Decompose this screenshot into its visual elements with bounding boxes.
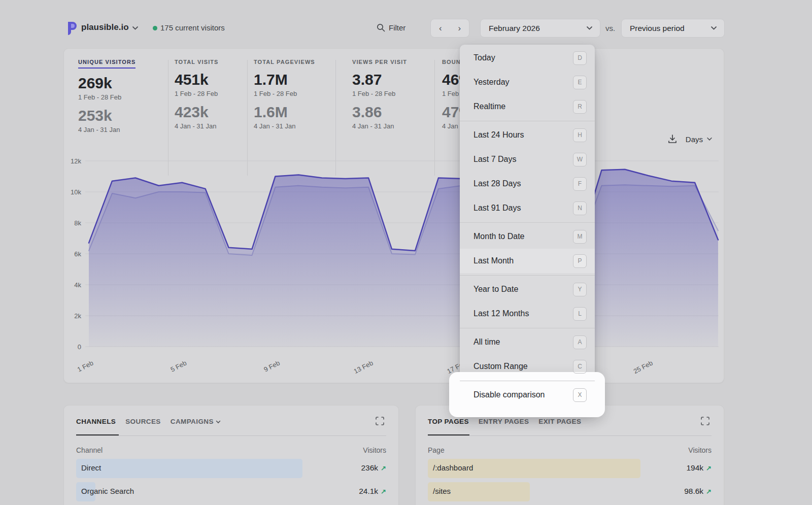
pages-rows: /:dashboard 194k↗ /sites 98.6k↗ — [428, 459, 712, 505]
menu-item-last-28-days[interactable]: Last 28 Days F — [460, 172, 595, 196]
menu-item-disable-comparison[interactable]: Disable comparison X — [460, 383, 595, 407]
page-visitors: 194k↗ — [686, 463, 712, 473]
current-visitors-count[interactable]: 175 current visitors — [160, 23, 225, 32]
menu-list: Today D Yesterday E Realtime R Last 24 H… — [460, 45, 595, 410]
chevron-down-icon[interactable] — [132, 26, 139, 30]
date-nav-arrows: ‹ › — [430, 19, 469, 38]
live-visitors-dot-icon — [153, 26, 157, 30]
menu-item-last-12-months[interactable]: Last 12 Months L — [460, 301, 595, 326]
date-range-menu: Today D Yesterday E Realtime R Last 24 H… — [460, 45, 595, 410]
site-name[interactable]: plausible.io — [81, 22, 129, 32]
shortcut-key: F — [573, 177, 587, 191]
channel-name[interactable]: Organic Search — [81, 487, 134, 495]
channel-name[interactable]: Direct — [81, 463, 101, 472]
table-row[interactable]: Direct 236k↗ — [76, 459, 386, 478]
menu-item-last-91-days[interactable]: Last 91 Days N — [460, 196, 595, 220]
expand-icon[interactable] — [376, 417, 384, 425]
filter-label: Filter — [389, 23, 405, 32]
trend-up-icon: ↗ — [706, 488, 712, 495]
metric-prev-period: 4 Jan - 31 Jan — [352, 122, 407, 130]
menu-item-last-month[interactable]: Last Month P — [460, 249, 595, 273]
divider — [434, 60, 435, 176]
chart-controls: Days — [667, 134, 713, 144]
download-icon[interactable] — [667, 134, 678, 144]
tab-campaigns[interactable]: CAMPAIGNS — [171, 418, 221, 425]
metric-period: 1 Feb - 28 Feb — [78, 93, 136, 101]
channel-visitors: 236k↗ — [361, 463, 386, 473]
tab-entry-pages[interactable]: ENTRY PAGES — [479, 418, 529, 425]
menu-item-last-7-days[interactable]: Last 7 Days W — [460, 147, 595, 172]
shortcut-key: M — [573, 230, 587, 244]
page-name[interactable]: /:dashboard — [433, 463, 473, 472]
metric-value: 3.87 — [352, 71, 407, 88]
tab-sources[interactable]: SOURCES — [125, 418, 161, 425]
filter-button[interactable]: Filter — [377, 23, 405, 32]
metric-tab[interactable]: UNIQUE VISITORS — [78, 59, 136, 69]
metric-prev-value: 3.86 — [352, 104, 407, 121]
interval-selector[interactable]: Days — [686, 135, 713, 144]
comparison-label: Previous period — [630, 24, 685, 33]
menu-item-today[interactable]: Today D — [460, 46, 595, 70]
pages-tabs: TOP PAGES ENTRY PAGES EXIT PAGES — [428, 418, 581, 425]
metric-prev-value: 1.6M — [254, 104, 315, 121]
table-row[interactable]: /:dashboard 194k↗ — [428, 459, 712, 478]
shortcut-key: N — [573, 201, 587, 215]
table-row[interactable]: Organic Search 24.1k↗ — [76, 482, 386, 501]
date-range-selector[interactable]: February 2026 — [480, 19, 600, 38]
metric-total-visits: TOTAL VISITS 451k 1 Feb - 28 Feb 423k 4 … — [175, 59, 219, 130]
metric-prev-value: 253k — [78, 107, 136, 124]
search-icon — [377, 23, 385, 32]
col-visitors: Visitors — [363, 446, 386, 454]
table-row[interactable]: /sites 98.6k↗ — [428, 482, 712, 501]
metric-value: 451k — [175, 71, 219, 88]
shortcut-key: C — [573, 360, 587, 374]
shortcut-key: D — [573, 51, 587, 65]
analytics-main-card: UNIQUE VISITORS 269k 1 Feb - 28 Feb 253k… — [63, 48, 724, 383]
prev-period-arrow[interactable]: ‹ — [436, 23, 445, 33]
menu-item-realtime[interactable]: Realtime R — [460, 94, 595, 119]
divider — [76, 435, 386, 436]
col-page: Page — [428, 446, 445, 454]
menu-item-custom-range[interactable]: Custom Range C — [460, 354, 595, 379]
metric-tab[interactable]: VIEWS PER VISIT — [352, 59, 407, 65]
shortcut-key: E — [573, 76, 587, 89]
trend-up-icon: ↗ — [706, 464, 712, 472]
shortcut-key: L — [573, 307, 587, 321]
expand-icon[interactable] — [701, 417, 709, 425]
metric-period: 1 Feb - 28 Feb — [352, 90, 407, 97]
metric-prev-value: 423k — [175, 104, 219, 121]
metric-tab[interactable]: TOTAL PAGEVIEWS — [254, 59, 315, 65]
trend-up-icon: ↗ — [381, 464, 386, 472]
menu-item-month-to-date[interactable]: Month to Date M — [460, 224, 595, 249]
metric-total-pageviews: TOTAL PAGEVIEWS 1.7M 1 Feb - 28 Feb 1.6M… — [254, 59, 315, 130]
next-period-arrow[interactable]: › — [455, 23, 464, 33]
metric-period: 1 Feb - 28 Feb — [254, 90, 315, 97]
page-name[interactable]: /sites — [433, 487, 451, 495]
divider — [460, 275, 595, 276]
tab-top-pages[interactable]: TOP PAGES — [428, 418, 469, 425]
channels-rows: Direct 236k↗ Organic Search 24.1k↗ — [76, 459, 386, 505]
menu-item-last-24-hours[interactable]: Last 24 Hours H — [460, 123, 595, 147]
divider — [460, 381, 595, 381]
row-bar — [76, 459, 302, 478]
metric-prev-period: 4 Jan - 31 Jan — [254, 122, 315, 130]
table-header: Page Visitors — [428, 446, 712, 454]
tab-channels[interactable]: CHANNELS — [76, 418, 116, 425]
interval-label: Days — [686, 135, 703, 144]
divider — [460, 222, 595, 223]
menu-item-all-time[interactable]: All time A — [460, 330, 595, 354]
menu-item-yesterday[interactable]: Yesterday E — [460, 70, 595, 94]
trend-up-icon: ↗ — [381, 488, 386, 495]
metric-prev-period: 4 Jan - 31 Jan — [175, 122, 219, 130]
metric-value: 1.7M — [254, 71, 315, 88]
dashboard-page: plausible.io 175 current visitors Filter… — [0, 0, 812, 505]
menu-item-year-to-date[interactable]: Year to Date Y — [460, 277, 595, 301]
chevron-down-icon — [216, 418, 221, 425]
metric-period: 1 Feb - 28 Feb — [175, 90, 219, 97]
top-bar: plausible.io 175 current visitors Filter… — [0, 0, 812, 48]
metric-tab[interactable]: TOTAL VISITS — [175, 59, 219, 65]
chevron-down-icon — [706, 137, 713, 141]
comparison-selector[interactable]: Previous period — [621, 19, 725, 38]
pages-card: TOP PAGES ENTRY PAGES EXIT PAGES Page Vi… — [415, 405, 724, 505]
tab-exit-pages[interactable]: EXIT PAGES — [538, 418, 581, 425]
